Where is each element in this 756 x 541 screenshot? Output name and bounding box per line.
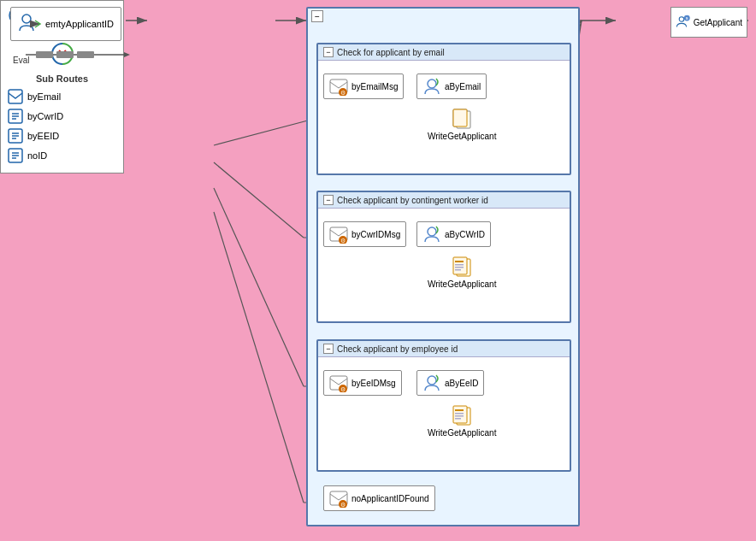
noid-msg-node[interactable]: ⚙ noApplicantIDFound xyxy=(323,485,435,511)
bycwrid-panel-content: ⚙ byCwrIDMsg aByCWrID xyxy=(318,209,570,319)
bycwrid-panel-title: Check applicant by contingent worker id xyxy=(337,196,488,205)
svg-point-56 xyxy=(428,79,436,88)
byemail-panel-title: Check for applicant by email xyxy=(337,48,445,57)
byeeid-msg-label: byEeIDMsg xyxy=(351,379,396,388)
bycwrid-panel: − Check applicant by contingent worker i… xyxy=(316,191,571,323)
main-panel: − − Check for applicant by email ⚙ byEma… xyxy=(306,7,580,526)
svg-text:⚙: ⚙ xyxy=(340,90,346,96)
svg-text:⚙: ⚙ xyxy=(340,386,346,392)
svg-rect-83 xyxy=(455,418,461,420)
write-byeeid-node[interactable]: WriteGetApplicant xyxy=(428,404,496,438)
subroute-label-byemail: byEmail xyxy=(27,91,61,102)
msg-icon-byeeid: ⚙ xyxy=(329,373,348,392)
svg-rect-82 xyxy=(455,415,464,417)
proc-icon-abycwrid xyxy=(422,225,441,244)
svg-point-36 xyxy=(22,15,31,23)
subroute-item-byeeid[interactable]: byEEID xyxy=(8,128,116,144)
subroute-label-bycwrid: byCwrID xyxy=(27,111,63,121)
svg-rect-73 xyxy=(455,269,461,271)
abycwrid-node[interactable]: aByCWrID xyxy=(416,221,491,247)
msg-icon-noid: ⚙ xyxy=(329,489,348,508)
subroute-icon-byeeid xyxy=(8,128,23,144)
subroute-icon-byemail xyxy=(8,89,23,104)
bycwrid-panel-collapse[interactable]: − xyxy=(323,195,334,205)
person-arrow-icon xyxy=(18,12,42,36)
svg-text:⚙: ⚙ xyxy=(340,502,346,508)
byeeid-panel-title: Check applicant by employee id xyxy=(337,344,458,354)
proc-icon-abyeeid xyxy=(422,373,441,392)
get-applicant-label: GetApplicant xyxy=(694,18,742,27)
svg-line-9 xyxy=(214,188,304,386)
svg-rect-81 xyxy=(455,413,464,415)
noid-msg-label: noApplicantIDFound xyxy=(351,494,429,503)
empty-applicant-node: emtyApplicantID xyxy=(10,7,121,41)
byemail-msg-label: byEmailMsg xyxy=(351,82,398,91)
eval-label: Eval xyxy=(13,56,29,65)
bycwrid-msg-label: byCwrIDMsg xyxy=(351,230,400,239)
byeeid-panel-content: ⚙ byEeIDMsg aByEeID xyxy=(318,357,570,467)
byeeid-msg-node[interactable]: ⚙ byEeIDMsg xyxy=(323,370,402,396)
write-icon-byeeid xyxy=(450,404,474,428)
svg-text:⚙: ⚙ xyxy=(340,238,346,244)
svg-text:S: S xyxy=(686,16,688,21)
msg-icon-bycwrid: ⚙ xyxy=(329,225,348,244)
write-icon-bycwrid xyxy=(450,256,474,279)
write-byemail-label: WriteGetApplicant xyxy=(428,132,496,141)
abyeeid-label: aByEeID xyxy=(445,379,478,388)
main-panel-collapse[interactable]: − xyxy=(311,10,323,22)
write-byemail-node[interactable]: WriteGetApplicant xyxy=(428,108,496,141)
write-icon-byemail xyxy=(450,108,474,132)
svg-rect-72 xyxy=(455,267,464,268)
svg-line-11 xyxy=(214,212,304,503)
get-applicant-node: S GetApplicant xyxy=(670,7,747,38)
write-bycwrid-label: WriteGetApplicant xyxy=(428,279,496,289)
strategy-icon xyxy=(48,39,77,68)
subroute-label-noid: noID xyxy=(27,150,47,161)
svg-point-87 xyxy=(679,17,684,22)
subroute-icon-bycwrid xyxy=(8,109,23,124)
abyemail-node[interactable]: aByEmail xyxy=(416,74,487,99)
svg-rect-69 xyxy=(453,257,467,274)
svg-rect-71 xyxy=(455,264,464,266)
byemail-panel: − Check for applicant by email ⚙ byEmail… xyxy=(316,43,571,175)
subroute-item-noid[interactable]: noID xyxy=(8,148,116,163)
byeeid-panel-collapse[interactable]: − xyxy=(323,344,334,354)
subroute-icon-noid xyxy=(8,148,23,163)
svg-rect-79 xyxy=(453,406,467,423)
subroutes-label: Sub Routes xyxy=(8,74,116,84)
write-byeeid-label: WriteGetApplicant xyxy=(428,428,496,438)
byemail-panel-collapse[interactable]: − xyxy=(323,47,334,57)
svg-rect-63 xyxy=(453,109,467,126)
subroute-label-byeeid: byEEID xyxy=(27,131,59,141)
bycwrid-msg-node[interactable]: ⚙ byCwrIDMsg xyxy=(323,221,406,247)
svg-marker-29 xyxy=(124,52,130,57)
proc-icon-abyemail xyxy=(422,77,441,96)
empty-applicant-label: emtyApplicantID xyxy=(45,19,114,29)
svg-rect-80 xyxy=(455,409,464,411)
msg-icon-byemail: ⚙ xyxy=(329,77,348,96)
svg-point-67 xyxy=(428,227,436,236)
svg-rect-40 xyxy=(9,90,22,103)
byemail-msg-node[interactable]: ⚙ byEmailMsg xyxy=(323,74,404,99)
byeeid-panel: − Check applicant by employee id ⚙ byEeI… xyxy=(316,339,571,472)
svg-line-5 xyxy=(214,117,321,145)
subroute-item-bycwrid[interactable]: byCwrID xyxy=(8,109,116,124)
get-applicant-icon: S xyxy=(676,12,690,32)
svg-rect-70 xyxy=(455,261,464,262)
svg-line-7 xyxy=(214,162,304,238)
abyeeid-node[interactable]: aByEeID xyxy=(416,370,484,396)
write-bycwrid-node[interactable]: WriteGetApplicant xyxy=(428,256,496,289)
svg-point-77 xyxy=(428,376,436,385)
subroute-item-byemail[interactable]: byEmail xyxy=(8,89,116,104)
abyemail-label: aByEmail xyxy=(445,82,481,91)
abycwrid-label: aByCWrID xyxy=(445,230,485,239)
byemail-panel-content: ⚙ byEmailMsg aByEmail xyxy=(318,61,570,171)
